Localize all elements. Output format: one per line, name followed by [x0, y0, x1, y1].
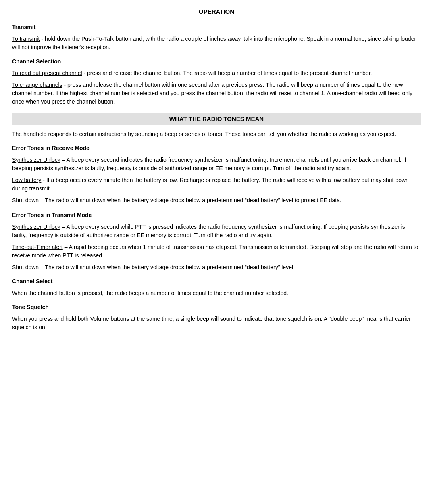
- shutdown-receive-text: – The radio will shut down when the batt…: [39, 197, 341, 203]
- read-channel-link: To read out present channel: [12, 70, 82, 76]
- transmit-text: - hold down the Push-To-Talk button and,…: [12, 36, 416, 50]
- page-title: OPERATION: [12, 8, 421, 15]
- change-channels-text: - press and release the channel button w…: [12, 82, 412, 105]
- error-transmit-section: Error Tones in Transmit Mode Synthesizer…: [12, 211, 421, 272]
- timer-alert-link: Time-out-Timer alert: [12, 244, 63, 250]
- synth-transmit-text: – A beep every second while PTT is press…: [12, 224, 405, 238]
- timer-alert-text: – A rapid beeping occurs when 1 minute o…: [12, 244, 418, 259]
- channel-select-text: When the channel button is pressed, the …: [12, 289, 421, 297]
- error-receive-section: Error Tones in Receive Mode Synthesizer …: [12, 144, 421, 205]
- shutdown-receive-link: Shut down: [12, 197, 39, 203]
- low-battery-text: - If a beep occurs every minute then the…: [12, 177, 409, 192]
- low-battery-para: Low battery - If a beep occurs every min…: [12, 176, 421, 193]
- read-channel-text: - press and release the channel button. …: [82, 70, 372, 76]
- shutdown-transmit-para: Shut down – The radio will shut down whe…: [12, 263, 421, 272]
- transmit-heading: Transmit: [12, 23, 421, 31]
- shutdown-transmit-text: – The radio will shut down when the batt…: [39, 264, 295, 270]
- shutdown-transmit-link: Shut down: [12, 264, 39, 270]
- error-receive-heading: Error Tones in Receive Mode: [12, 144, 421, 153]
- channel-selection-section: Channel Selection To read out present ch…: [12, 57, 421, 106]
- low-battery-link: Low battery: [12, 177, 41, 183]
- error-transmit-heading: Error Tones in Transmit Mode: [12, 211, 421, 220]
- transmit-link: To transmit: [12, 36, 40, 42]
- timer-alert-para: Time-out-Timer alert – A rapid beeping o…: [12, 243, 421, 260]
- tone-squelch-section: Tone Squelch When you press and hold bot…: [12, 303, 421, 332]
- synth-receive-text: – A beep every second indicates the radi…: [12, 157, 406, 171]
- synth-transmit-link: Synthesizer Unlock: [12, 224, 60, 230]
- transmit-para: To transmit - hold down the Push-To-Talk…: [12, 35, 421, 52]
- synth-receive-para: Synthesizer Unlock – A beep every second…: [12, 156, 421, 173]
- channel-read-para: To read out present channel - press and …: [12, 69, 421, 77]
- transmit-section: Transmit To transmit - hold down the Pus…: [12, 23, 421, 52]
- channel-selection-heading: Channel Selection: [12, 57, 421, 66]
- radio-tones-box: WHAT THE RADIO TONES MEAN: [12, 113, 421, 125]
- synth-receive-link: Synthesizer Unlock: [12, 157, 60, 163]
- shutdown-receive-para: Shut down – The radio will shut down whe…: [12, 196, 421, 205]
- channel-select-section: Channel Select When the channel button i…: [12, 277, 421, 297]
- channel-change-para: To change channels - press and release t…: [12, 81, 421, 106]
- tone-squelch-heading: Tone Squelch: [12, 303, 421, 312]
- synth-transmit-para: Synthesizer Unlock – A beep every second…: [12, 223, 421, 240]
- tone-squelch-text: When you press and hold both Volume butt…: [12, 315, 421, 332]
- radio-tones-intro: The handheld responds to certain instruc…: [12, 130, 421, 138]
- channel-select-heading: Channel Select: [12, 277, 421, 286]
- change-channels-link: To change channels: [12, 82, 62, 88]
